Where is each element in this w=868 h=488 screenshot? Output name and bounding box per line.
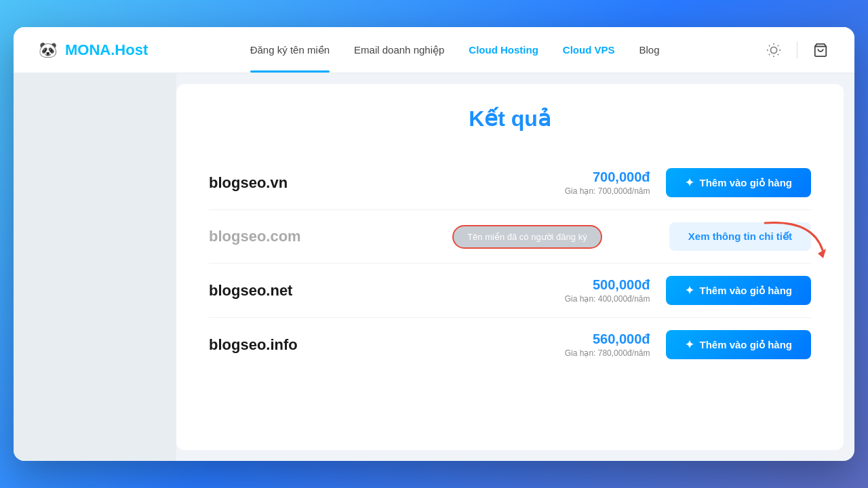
logo[interactable]: 🐼 MONA.Host <box>35 38 148 62</box>
domain-row-vn: blogseo.vn 700,000đ Gia hạn: 700,000đ/nă… <box>209 156 811 210</box>
main-window: 🐼 MONA.Host Đăng ký tên miền Email doanh… <box>14 27 854 461</box>
view-detail-button-com[interactable]: Xem thông tin chi tiết <box>669 222 811 251</box>
main-content: Kết quả blogseo.vn 700,000đ Gia hạn: 700… <box>14 73 854 461</box>
add-cart-button-net[interactable]: ✦ Thêm vào giỏ hàng <box>666 276 811 305</box>
cart-star-icon-info: ✦ <box>685 338 694 351</box>
sidebar-left <box>14 73 176 461</box>
domain-renew-info: Gia hạn: 780,000đ/năm <box>385 348 650 358</box>
logo-icon: 🐼 <box>35 38 60 62</box>
nav-link-cloud-vps[interactable]: Cloud VPS <box>563 44 615 56</box>
domain-name-net: blogseo.net <box>209 282 385 300</box>
cart-button[interactable] <box>808 38 833 62</box>
domain-price-info: 560,000đ <box>385 331 650 347</box>
nav-link-email-biz[interactable]: Email doanh nghiệp <box>354 44 444 56</box>
svg-marker-10 <box>818 249 826 258</box>
domain-price-net: 500,000đ <box>385 277 650 293</box>
add-cart-label-vn: Thêm vào giỏ hàng <box>699 177 792 189</box>
domain-renew-vn: Gia hạn: 700,000đ/năm <box>385 186 650 196</box>
domain-name-com: blogseo.com <box>209 228 385 245</box>
svg-line-3 <box>769 45 770 45</box>
logo-host: .Host <box>111 41 148 58</box>
domain-row-net: blogseo.net 500,000đ Gia hạn: 400,000đ/n… <box>209 264 811 318</box>
domain-row-com: blogseo.com Tên miền đã có người đăng ký… <box>209 210 811 264</box>
domain-price-vn: 700,000đ <box>385 169 650 185</box>
page-title: Kết quả <box>209 106 811 131</box>
svg-line-7 <box>769 54 770 54</box>
add-cart-label-info: Thêm vào giỏ hàng <box>699 339 792 351</box>
unavailable-badge-com: Tên miền đã có người đăng ký <box>452 225 601 249</box>
cart-star-icon-vn: ✦ <box>685 176 694 189</box>
nav-link-blog[interactable]: Blog <box>639 44 660 56</box>
domain-price-section-net: 500,000đ Gia hạn: 400,000đ/năm <box>385 277 666 304</box>
nav-link-cloud-hosting[interactable]: Cloud Hosting <box>469 44 538 56</box>
navbar: 🐼 MONA.Host Đăng ký tên miền Email doanh… <box>14 27 854 73</box>
content-panel: Kết quả blogseo.vn 700,000đ Gia hạn: 700… <box>176 84 844 450</box>
domain-row-info: blogseo.info 560,000đ Gia hạn: 780,000đ/… <box>209 318 811 371</box>
nav-right <box>762 38 833 62</box>
add-cart-label-net: Thêm vào giỏ hàng <box>699 285 792 297</box>
domain-renew-net: Gia hạn: 400,000đ/năm <box>385 294 650 304</box>
logo-mona: MONA <box>65 41 111 58</box>
nav-links: Đăng ký tên miền Email doanh nghiệp Clou… <box>250 44 660 56</box>
nav-link-domain-reg[interactable]: Đăng ký tên miền <box>250 44 330 56</box>
svg-point-0 <box>770 47 776 53</box>
theme-toggle-button[interactable] <box>762 38 786 62</box>
add-cart-button-info[interactable]: ✦ Thêm vào giỏ hàng <box>666 330 811 359</box>
svg-line-4 <box>778 54 778 54</box>
logo-text: MONA.Host <box>65 41 148 59</box>
svg-line-8 <box>778 45 778 45</box>
nav-divider <box>797 42 797 58</box>
domain-price-section-vn: 700,000đ Gia hạn: 700,000đ/năm <box>385 169 666 196</box>
domain-price-section-info: 560,000đ Gia hạn: 780,000đ/năm <box>385 331 666 358</box>
cart-star-icon-net: ✦ <box>685 284 694 297</box>
add-cart-button-vn[interactable]: ✦ Thêm vào giỏ hàng <box>666 168 811 197</box>
domain-unavailable-section-com: Tên miền đã có người đăng ký <box>385 225 669 249</box>
domain-name-vn: blogseo.vn <box>209 174 385 192</box>
domain-name-info: blogseo.info <box>209 336 385 354</box>
